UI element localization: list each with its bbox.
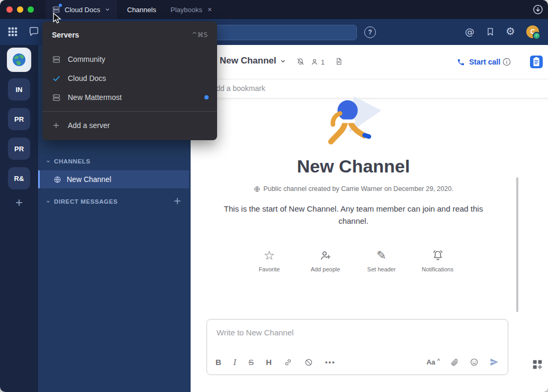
action-label: Favorite: [259, 266, 280, 272]
channels-category-label: CHANNELS: [54, 158, 91, 165]
chevron-down-icon: [104, 6, 111, 13]
update-download-button[interactable]: [532, 4, 544, 15]
message-composer: Write to New Channel B I S H •••: [206, 319, 508, 375]
servers-dropdown-menu: Servers ^⌘S Community Cloud Docs New Mat…: [42, 21, 217, 140]
add-direct-message-button[interactable]: [173, 196, 182, 206]
user-avatar[interactable]: C ✓: [526, 25, 539, 38]
action-label: Set header: [367, 266, 396, 272]
team-initials: PR: [14, 115, 24, 123]
intro-meta-text: Public channel created by Carrie Warner …: [264, 185, 454, 193]
help-icon[interactable]: ?: [364, 26, 376, 38]
zoom-window-button[interactable]: [28, 6, 34, 13]
globe-icon: [53, 176, 61, 184]
tab-channels-label: Channels: [127, 6, 156, 14]
globe-team-icon: [11, 51, 28, 68]
message-input[interactable]: Write to New Channel: [217, 328, 498, 337]
scrollbar-thumb[interactable]: [516, 177, 518, 312]
person-plus-icon: [319, 249, 332, 262]
message-placeholder: Write to New Channel: [217, 328, 294, 337]
channel-name-button[interactable]: New Channel: [220, 56, 286, 66]
unread-dot: [204, 95, 209, 99]
attach-file-button[interactable]: [451, 358, 459, 367]
intro-title: New Channel: [191, 156, 516, 177]
at-mentions-icon[interactable]: @: [465, 26, 474, 37]
plus-icon: [51, 120, 61, 131]
bold-button[interactable]: B: [215, 358, 221, 367]
team-tile-in[interactable]: IN: [8, 78, 30, 101]
servers-menu-shortcut: ^⌘S: [192, 31, 208, 39]
channels-product-icon[interactable]: [28, 26, 40, 38]
channel-title-label: New Channel: [220, 56, 276, 66]
channel-header: New Channel 1 Start call: [191, 45, 548, 79]
unread-dot: [59, 4, 62, 7]
team-tile-pr1[interactable]: PR: [8, 108, 30, 130]
dm-category-label: DIRECT MESSAGES: [54, 198, 118, 205]
member-count: 1: [321, 58, 325, 66]
intro-illustration: [314, 95, 393, 151]
tab-channels[interactable]: Channels: [127, 0, 156, 19]
server-icon: [51, 54, 61, 65]
aa-label: Aa: [426, 359, 435, 367]
minimize-window-button[interactable]: [17, 6, 23, 13]
menu-divider: [42, 111, 217, 112]
main-content: New Channel 1 Start call: [191, 45, 548, 392]
server-item-label: New Mattermost: [68, 93, 122, 102]
server-item-cloud-docs[interactable]: Cloud Docs: [42, 69, 217, 88]
notifications-button[interactable]: Notifications: [414, 249, 462, 272]
tab-playbooks[interactable]: Playbooks ×: [170, 0, 212, 19]
channel-name-label: New Channel: [67, 175, 111, 184]
server-item-new-mattermost[interactable]: New Mattermost: [42, 88, 217, 107]
team-tile-r[interactable]: R&: [8, 167, 30, 189]
chevron-down-icon: [46, 199, 51, 204]
pencil-icon: ✎: [375, 249, 388, 262]
team-globe-active[interactable]: [8, 49, 30, 71]
intro-actions: ☆ Favorite Add people ✎ Set header: [245, 249, 462, 272]
server-item-label: Community: [68, 55, 105, 63]
start-call-button[interactable]: Start call: [457, 58, 500, 66]
sidebar-item-new-channel[interactable]: New Channel: [38, 170, 189, 188]
team-initials: R&: [14, 175, 24, 183]
channel-info-icon[interactable]: [502, 57, 511, 67]
set-header-button[interactable]: ✎ Set header: [357, 249, 406, 272]
team-tile-pr2[interactable]: PR: [8, 138, 30, 160]
app-window: Cloud Docs Channels Playbooks ×: [0, 0, 548, 392]
settings-gear-icon[interactable]: ⚙: [506, 25, 515, 38]
close-window-button[interactable]: [6, 6, 13, 13]
channel-intro: New Channel Public channel created by Ca…: [191, 95, 516, 272]
chevron-down-icon: [280, 58, 286, 65]
server-tab-label: Cloud Docs: [65, 6, 100, 14]
close-tab-icon[interactable]: ×: [208, 6, 212, 13]
italic-button[interactable]: I: [233, 358, 236, 367]
send-button[interactable]: [489, 357, 499, 367]
tab-playbooks-label: Playbooks: [170, 6, 202, 14]
emoji-button[interactable]: [470, 358, 479, 367]
person-icon: [310, 58, 319, 66]
product-switcher-icon[interactable]: [7, 26, 19, 38]
apps-grid-icon[interactable]: [532, 359, 543, 370]
direct-messages-category-header[interactable]: DIRECT MESSAGES: [46, 196, 118, 207]
clipboard-app-icon[interactable]: [530, 56, 543, 68]
add-team-button[interactable]: +: [0, 195, 38, 211]
format-toggle-button[interactable]: Aa ^: [426, 358, 440, 366]
channel-members-button[interactable]: 1: [310, 58, 325, 66]
saved-posts-icon[interactable]: [486, 27, 495, 37]
server-item-label: Cloud Docs: [68, 74, 106, 83]
heading-button[interactable]: H: [266, 358, 272, 367]
circle-slash-icon[interactable]: [304, 358, 313, 367]
add-people-button[interactable]: Add people: [301, 249, 350, 272]
servers-menu-title: Servers: [52, 31, 79, 39]
link-button[interactable]: [284, 358, 292, 367]
globe-icon: [254, 186, 260, 193]
favorite-button[interactable]: ☆ Favorite: [245, 249, 294, 272]
channels-category-header[interactable]: CHANNELS: [46, 156, 91, 167]
mouse-cursor: [51, 12, 62, 25]
add-server-label: Add a server: [68, 121, 110, 130]
server-item-community[interactable]: Community: [42, 50, 217, 69]
action-label: Notifications: [422, 266, 454, 272]
channel-files-icon[interactable]: [335, 57, 343, 66]
strikethrough-button[interactable]: S: [248, 358, 254, 367]
more-formatting-button[interactable]: •••: [325, 358, 336, 366]
add-server-button[interactable]: Add a server: [42, 116, 217, 135]
phone-icon: [457, 58, 465, 66]
muted-bell-icon[interactable]: [296, 57, 305, 66]
